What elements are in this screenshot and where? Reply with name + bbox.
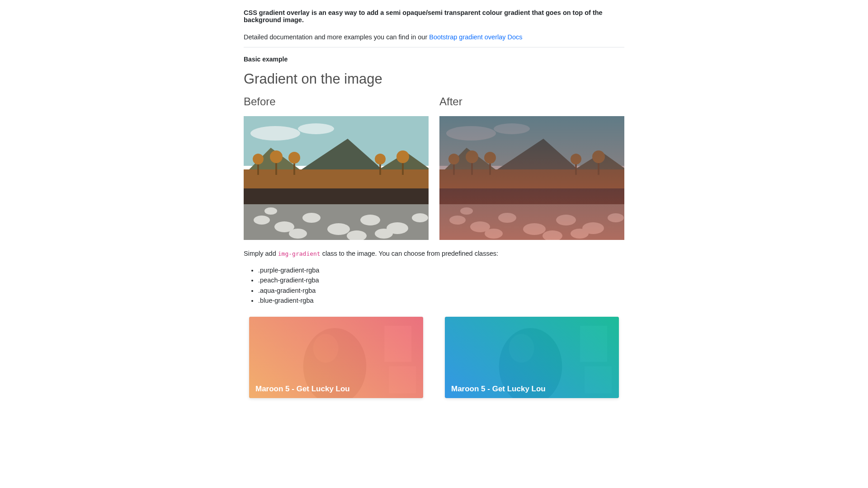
svg-point-20 [375, 229, 393, 239]
svg-point-29 [375, 154, 386, 164]
landscape-illustration [244, 116, 429, 240]
card-peach[interactable]: Maroon 5 - Get Lucky Lou [249, 317, 423, 399]
svg-point-19 [264, 207, 277, 215]
before-image [244, 116, 429, 240]
card-title: Maroon 5 - Get Lucky Lou [255, 385, 350, 394]
gradient-overlay [439, 116, 624, 240]
card-row: Maroon 5 - Get Lucky Lou Maroon 5 - Get … [244, 317, 624, 399]
svg-point-27 [270, 150, 283, 163]
svg-point-17 [289, 229, 307, 239]
before-col: Before [244, 95, 429, 240]
svg-point-28 [288, 152, 300, 164]
docs-link[interactable]: Bootstrap gradient overlay Docs [429, 33, 522, 41]
class-list-item: .aqua-gradient-rgba [258, 286, 624, 296]
card-title: Maroon 5 - Get Lucky Lou [451, 385, 546, 394]
svg-point-1 [250, 126, 300, 141]
intro-lead: CSS gradient overlay is an easy way to a… [244, 9, 624, 23]
section-label: Basic example [244, 56, 624, 63]
page-container: CSS gradient overlay is an easy way to a… [244, 0, 624, 407]
class-list: .purple-gradient-rgba .peach-gradient-rg… [258, 265, 624, 306]
svg-point-14 [360, 215, 380, 225]
after-label: After [439, 95, 624, 108]
svg-point-12 [302, 213, 321, 223]
svg-point-2 [298, 123, 334, 134]
divider [244, 47, 624, 47]
docs-prefix: Detailed documentation and more examples… [244, 33, 429, 41]
svg-point-16 [412, 213, 428, 222]
docs-line: Detailed documentation and more examples… [244, 33, 624, 41]
class-list-item: .blue-gradient-rgba [258, 296, 624, 305]
svg-rect-8 [244, 188, 429, 206]
class-list-item: .purple-gradient-rgba [258, 265, 624, 275]
instruction-pre: Simply add [244, 250, 278, 257]
before-after-row: Before [244, 95, 624, 240]
instruction-code: img-gradient [278, 250, 321, 257]
svg-point-13 [327, 223, 350, 235]
after-image [439, 116, 624, 240]
svg-point-26 [253, 154, 264, 164]
page-heading: Gradient on the image [244, 71, 624, 87]
svg-point-10 [254, 216, 270, 225]
svg-point-30 [396, 150, 409, 163]
instruction-post: class to the image. You can choose from … [321, 250, 498, 257]
after-col: After [439, 95, 624, 240]
before-label: Before [244, 95, 429, 108]
instruction-line: Simply add img-gradient class to the ima… [244, 250, 624, 257]
class-list-item: .peach-gradient-rgba [258, 275, 624, 285]
card-aqua[interactable]: Maroon 5 - Get Lucky Lou [445, 317, 619, 399]
